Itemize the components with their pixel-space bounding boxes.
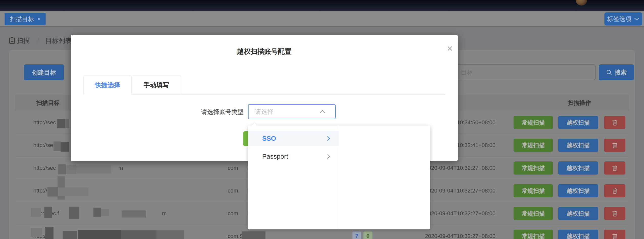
search-button-label: 搜索 (615, 68, 627, 77)
normal-scan-button[interactable]: 常规扫描 (514, 207, 553, 220)
redaction-block (57, 119, 65, 128)
target-url: http://sec (33, 119, 56, 126)
target-url: http://sec (33, 164, 56, 172)
redaction-block (45, 227, 53, 239)
normal-scan-button[interactable]: 常规扫描 (514, 230, 553, 239)
tab-close-icon[interactable]: × (38, 16, 41, 22)
breadcrumb-scan[interactable]: 扫描 (17, 37, 30, 44)
tab-manual-fill[interactable]: 手动填写 (132, 76, 181, 94)
redaction-block (93, 208, 101, 217)
trash-icon (612, 210, 618, 217)
cascader-option-passport-label: Passport (262, 153, 288, 160)
trash-icon (612, 165, 618, 171)
normal-scan-button[interactable]: 常规扫描 (514, 139, 553, 152)
normal-scan-button[interactable]: 常规扫描 (514, 184, 553, 197)
tag-options-label: 标签选项 (607, 15, 631, 23)
list-icon (9, 37, 15, 44)
redaction-block (122, 210, 146, 218)
redaction-block (31, 208, 41, 217)
redaction-block (242, 231, 265, 239)
timestamp: 2020-09-04T10:32:27+08:00 (425, 187, 496, 195)
timestamp: 2020-09-04T10:32:27+08:00 (425, 164, 496, 172)
redaction-block (121, 230, 156, 239)
count-badge-blue: 7 (352, 231, 361, 239)
timestamp: 2020-09-04T10:32:27+08:00 (425, 210, 496, 217)
chevron-right-icon (327, 153, 330, 159)
cascader-option-passport[interactable]: Passport (248, 149, 339, 164)
redaction-block (63, 231, 77, 239)
cascader-option-sso[interactable]: SSO (248, 131, 339, 146)
delete-button[interactable] (604, 116, 625, 129)
privilege-scan-button[interactable]: 越权扫描 (558, 207, 598, 220)
dropdown-panel-divider (339, 126, 339, 229)
trash-icon (612, 233, 618, 239)
delete-button[interactable] (604, 184, 625, 197)
account-type-label: 请选择账号类型 (177, 108, 244, 116)
col-header-actions: 扫描操作 (568, 99, 591, 106)
url-fragment: m (162, 210, 167, 217)
tab-scan-target[interactable]: 扫描目标 × (5, 13, 46, 25)
search-input[interactable]: 目标 (456, 64, 596, 80)
privilege-scan-button[interactable]: 越权扫描 (558, 230, 598, 239)
privilege-scan-button[interactable]: 越权扫描 (558, 139, 598, 152)
page-tab-bar: 扫描目标 × 标签选项 (0, 11, 644, 26)
domain-fragment: com (228, 164, 238, 172)
search-button[interactable]: 搜索 (599, 64, 634, 80)
col-header-target: 扫描目标 (36, 99, 60, 106)
tag-options-button[interactable]: 标签选项 (604, 12, 642, 26)
redaction-block (58, 164, 66, 174)
privilege-scan-button[interactable]: 越权扫描 (558, 161, 598, 175)
timestamp: 2020-09-04T10:32:27+08:00 (425, 232, 496, 239)
tab-quick-select[interactable]: 快捷选择 (83, 76, 132, 94)
top-navbar (0, 0, 644, 11)
privilege-scan-button[interactable]: 越权扫描 (558, 116, 598, 129)
redaction-block (58, 187, 88, 196)
redaction-block (65, 119, 69, 128)
close-icon[interactable]: ✕ (447, 45, 453, 53)
tab-scan-target-label: 扫描目标 (10, 15, 34, 23)
domain-fragment: com.S (228, 232, 243, 239)
target-url: http:// (33, 187, 47, 195)
delete-button[interactable] (604, 207, 625, 220)
redaction-block (78, 230, 121, 239)
privilege-scan-button[interactable]: 越权扫描 (558, 184, 598, 197)
domain-fragment: com. (228, 210, 240, 217)
chevron-right-icon (327, 135, 330, 141)
breadcrumb-target-list: 目标列表 (45, 37, 72, 44)
delete-button[interactable] (604, 161, 625, 175)
delete-button[interactable] (604, 230, 625, 239)
search-placeholder: 目标 (461, 68, 473, 77)
search-icon (606, 69, 612, 76)
delete-button[interactable] (604, 139, 625, 152)
create-target-button[interactable]: 创建目标 (24, 64, 64, 80)
trash-icon (612, 142, 618, 148)
url-fragment: m (118, 164, 123, 172)
redaction-block (53, 141, 61, 151)
account-type-dropdown: SSO Passport 虚拟账号 (248, 126, 430, 229)
trash-icon (612, 188, 618, 194)
redaction-block (156, 230, 184, 239)
cascader-option-sso-label: SSO (262, 135, 276, 142)
redaction-block (31, 228, 42, 237)
normal-scan-button[interactable]: 常规扫描 (514, 116, 553, 129)
select-placeholder: 请选择 (255, 108, 273, 116)
redaction-block (101, 209, 109, 216)
redaction-block (47, 187, 58, 197)
count-badge-green: 0 (363, 231, 372, 239)
normal-scan-button[interactable]: 常规扫描 (514, 161, 553, 175)
domain-fragment: com. (228, 187, 240, 195)
redaction-block (76, 165, 111, 174)
redaction-block (44, 207, 52, 218)
redaction-block (69, 207, 79, 219)
breadcrumb-separator: / (37, 37, 39, 44)
redaction-block (61, 142, 69, 152)
chevron-down-icon (634, 17, 639, 21)
target-url: http://se (33, 141, 53, 149)
modal-title: 越权扫描账号配置 (71, 47, 458, 56)
trash-icon (612, 119, 618, 126)
redaction-block (66, 165, 76, 174)
chevron-up-icon (319, 110, 326, 114)
